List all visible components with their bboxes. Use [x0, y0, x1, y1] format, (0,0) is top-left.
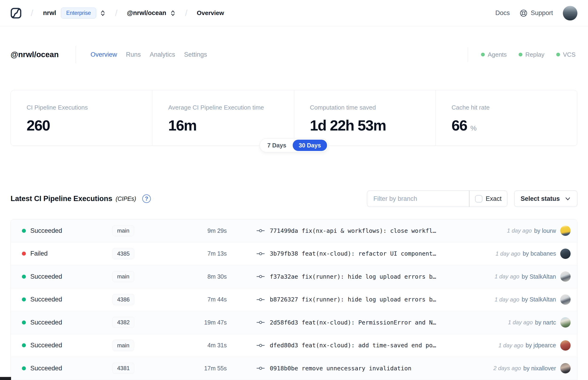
stat-card-suffix: %: [470, 124, 477, 132]
cipe-row[interactable]: Failed 4385 7m 13s 3b79fb38 feat(nx-clou…: [11, 243, 577, 266]
time-ago: 1 day ago: [507, 228, 531, 234]
status-select-label: Select status: [520, 195, 560, 203]
cipe-commit-cell: 3b79fb38 feat(nx-cloud): refactor UI com…: [257, 250, 436, 257]
status-dot-icon: [22, 366, 26, 370]
service-status-dot-icon: [481, 53, 485, 57]
branch-chip: 4386: [113, 294, 134, 305]
cipe-status-cell: Succeeded: [22, 273, 113, 280]
commit-message: 771499da fix(nx-api & workflows): close …: [270, 228, 436, 234]
branch-chip: main: [113, 271, 134, 282]
author-name: by nixallover: [523, 365, 556, 372]
stats-cards: CI Pipeline Executions 260 Average CI Pi…: [11, 90, 577, 146]
stat-card-label: Computation time saved: [310, 104, 436, 111]
workspace-tab[interactable]: Settings: [184, 51, 207, 58]
branch-chip: 4385: [113, 248, 134, 259]
workspace-tab[interactable]: Overview: [91, 51, 117, 58]
author-avatar: [560, 363, 570, 373]
cipe-row[interactable]: Succeeded main 9m 29s 771499da fix(nx-ap…: [11, 219, 577, 243]
service-status-dot-icon: [556, 53, 560, 57]
cipe-branch-cell: 4385: [113, 248, 190, 259]
stat-card: Computation time saved 1d 22h 53m: [294, 90, 436, 146]
service-status-item[interactable]: Agents: [481, 51, 507, 58]
cipe-row[interactable]: Succeeded 4386 7m 44s b8726327 fix(runne…: [11, 288, 577, 311]
service-status-label: Agents: [488, 51, 507, 58]
range-7-days[interactable]: 7 Days: [261, 142, 293, 149]
time-ago: 1 day ago: [508, 319, 533, 326]
cipe-row[interactable]: Succeeded 4382 19m 47s 2d58f6d3 feat(nx-…: [11, 311, 577, 334]
cipe-duration-cell: 8m 30s: [190, 273, 227, 280]
support-link[interactable]: Support: [520, 9, 553, 17]
cipe-row[interactable]: Succeeded main 8m 30s f37a32ae fix(runne…: [11, 265, 577, 288]
commit-message: b8726327 fix(runner): hide log upload er…: [270, 296, 436, 303]
time-ago: 2 days ago: [493, 365, 521, 372]
breadcrumb-workspace[interactable]: @nrwl/ocean: [127, 9, 166, 17]
cipe-duration-cell: 4m 31s: [190, 342, 227, 349]
cipe-meta-cell: 1 day ago by StalkAltan: [495, 271, 577, 282]
cipe-commit-cell: f37a32ae fix(runner): hide log upload er…: [257, 273, 436, 280]
exact-checkbox-wrap[interactable]: Exact: [470, 195, 507, 203]
workspace-tab[interactable]: Analytics: [150, 51, 175, 58]
service-status-item[interactable]: Replay: [519, 51, 545, 58]
cipe-section-subtitle: (CIPEs): [115, 195, 136, 202]
cipe-row[interactable]: Succeeded 4381 17m 55s 0918b0be remove u…: [11, 357, 577, 380]
time-ago: 1 day ago: [495, 250, 520, 257]
cipe-status-cell: Succeeded: [22, 365, 113, 372]
cipe-section-header: Latest CI Pipeline Executions (CIPEs) ? …: [11, 190, 577, 207]
breadcrumb-page: Overview: [197, 9, 224, 17]
service-status-label: VCS: [563, 51, 575, 58]
cipe-status-cell: Succeeded: [22, 296, 113, 303]
commit-message: 3b79fb38 feat(nx-cloud): refactor UI com…: [270, 250, 436, 257]
support-label: Support: [531, 9, 553, 17]
chevron-down-icon: [565, 195, 571, 202]
exact-checkbox[interactable]: [475, 195, 482, 203]
cipe-section-title: Latest CI Pipeline Executions: [11, 194, 112, 203]
cipe-meta-cell: 1 day ago by jdpearce: [498, 340, 577, 351]
author-name: by bcabanes: [523, 250, 556, 257]
status-dot-icon: [22, 252, 26, 256]
cipe-meta-cell: 2 days ago by nixallover: [493, 363, 577, 373]
cipe-branch-cell: 4381: [113, 362, 190, 374]
user-avatar[interactable]: [563, 6, 577, 20]
cipe-row[interactable]: Succeeded main 4m 31s dfed80d3 feat(nx-c…: [11, 334, 577, 357]
lifebuoy-icon: [520, 9, 528, 17]
status-select-dropdown[interactable]: Select status: [514, 190, 577, 207]
nx-cloud-logo-icon[interactable]: [11, 8, 21, 19]
workspace-tab[interactable]: Runs: [126, 51, 141, 58]
cipe-duration-cell: 7m 13s: [190, 250, 227, 257]
status-dot-icon: [22, 298, 26, 302]
branch-chip: main: [113, 340, 134, 351]
stat-card-value: 16m: [168, 117, 294, 134]
git-commit-icon: [257, 320, 265, 324]
cipe-duration-cell: 9m 29s: [190, 228, 227, 234]
stat-card-value: 1d 22h 53m: [310, 117, 436, 134]
stat-card: Average CI Pipeline Execution time 16m: [152, 90, 294, 146]
exact-label: Exact: [486, 195, 502, 203]
stat-card-label: CI Pipeline Executions: [27, 104, 152, 111]
author-name: by nartc: [535, 319, 556, 326]
status-label: Succeeded: [30, 365, 62, 372]
org-switcher-icon[interactable]: [100, 10, 106, 17]
stat-card-label: Cache hit rate: [452, 104, 577, 111]
cipe-filter-controls: Exact Select status: [367, 190, 577, 207]
status-label: Failed: [30, 250, 48, 257]
cipe-meta-cell: 1 day ago by bcabanes: [495, 248, 577, 259]
commit-message: 0918b0be remove unnecessary invalidation: [270, 365, 411, 372]
cipe-status-cell: Succeeded: [22, 342, 113, 349]
time-ago: 1 day ago: [498, 342, 523, 349]
docs-link[interactable]: Docs: [495, 9, 510, 17]
range-30-days[interactable]: 30 Days: [293, 140, 327, 151]
time-ago: 1 day ago: [495, 273, 519, 280]
help-icon[interactable]: ?: [142, 194, 151, 203]
branch-filter-group: Exact: [367, 190, 507, 207]
workspace-switcher-icon[interactable]: [170, 10, 176, 17]
status-label: Succeeded: [30, 273, 62, 280]
breadcrumb-separator: /: [185, 8, 188, 18]
git-commit-icon: [257, 252, 265, 256]
service-status-item[interactable]: VCS: [556, 51, 575, 58]
cipe-duration-cell: 17m 55s: [190, 365, 227, 372]
breadcrumb-org[interactable]: nrwl: [43, 9, 56, 17]
stat-card: CI Pipeline Executions 260: [11, 90, 152, 146]
cipe-status-cell: Succeeded: [22, 319, 113, 326]
branch-filter-input[interactable]: [367, 191, 469, 207]
plan-badge[interactable]: Enterprise: [61, 7, 96, 19]
